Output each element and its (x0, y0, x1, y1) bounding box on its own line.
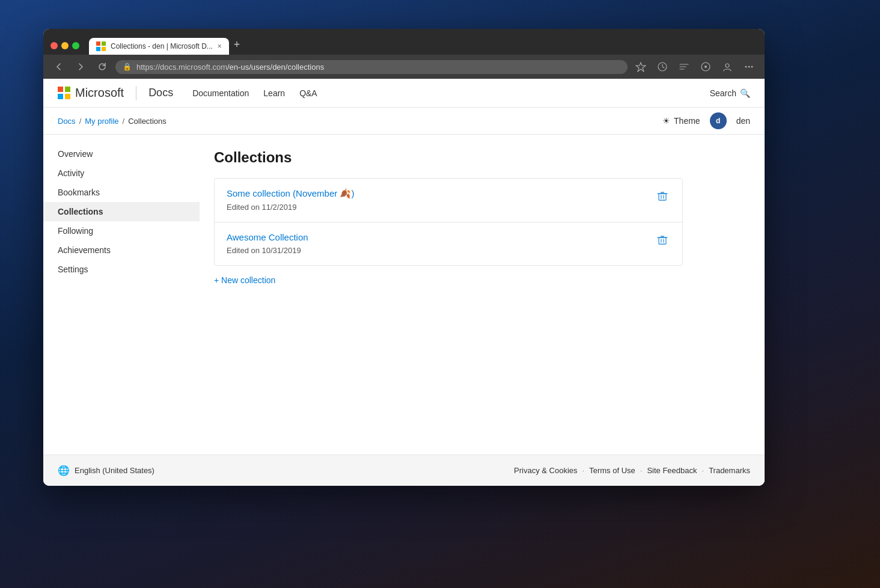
delete-collection-0-button[interactable] (655, 188, 670, 206)
new-tab-button[interactable]: + (229, 36, 245, 54)
svg-rect-3 (102, 47, 106, 51)
traffic-lights (50, 42, 79, 49)
breadcrumb-actions: ☀ Theme d den (662, 112, 750, 129)
profile-icon[interactable] (719, 58, 736, 75)
collection-item-0[interactable]: Some collection (November 🍂) Edited on 1… (215, 179, 682, 222)
browser-toolbar: 🔒 https://docs.microsoft.com/en-us/users… (43, 55, 765, 79)
svg-rect-1 (102, 41, 106, 46)
footer-link-terms[interactable]: Terms of Use (589, 466, 635, 475)
refresh-button[interactable] (94, 58, 111, 75)
svg-point-11 (751, 66, 753, 68)
address-bar[interactable]: 🔒 https://docs.microsoft.com/en-us/users… (115, 60, 628, 74)
microsoft-logo-grid (58, 87, 70, 99)
close-traffic-light[interactable] (50, 42, 58, 49)
ms-square-yellow (65, 94, 70, 99)
delete-collection-1-button[interactable] (655, 232, 670, 250)
footer-sep-1: · (640, 466, 643, 475)
svg-point-10 (748, 66, 750, 68)
refresh-icon2[interactable] (654, 58, 671, 75)
footer-sep-0: · (582, 466, 585, 475)
footer-locale-text: English (United States) (75, 466, 154, 475)
nav-learn[interactable]: Learn (263, 88, 285, 98)
search-icon: 🔍 (740, 88, 750, 98)
tab-title: Collections - den | Microsoft D... (111, 42, 213, 51)
nav-qna[interactable]: Q&A (299, 88, 317, 98)
footer-link-trademarks[interactable]: Trademarks (709, 466, 750, 475)
svg-point-7 (704, 66, 707, 68)
more-options-icon[interactable] (741, 58, 757, 75)
lock-icon: 🔒 (123, 63, 132, 71)
site-header: Microsoft Docs Documentation Learn Q&A S… (43, 79, 765, 108)
sidebar: Overview Activity Bookmarks Collections … (43, 135, 200, 455)
main-layout: Overview Activity Bookmarks Collections … (43, 135, 765, 455)
microsoft-brand-text: Microsoft (75, 86, 124, 100)
collection-info-1: Awesome Collection Edited on 10/31/2019 (227, 232, 655, 256)
collection-name-1[interactable]: Awesome Collection (227, 232, 655, 242)
svg-rect-2 (96, 47, 100, 51)
breadcrumb-myprofile[interactable]: My profile (85, 117, 118, 126)
search-button[interactable]: Search 🔍 (710, 88, 750, 98)
ms-square-blue (58, 94, 63, 99)
sidebar-item-settings[interactable]: Settings (43, 260, 200, 279)
browser-titlebar: Collections - den | Microsoft D... × + (43, 29, 765, 55)
browser-tab[interactable]: Collections - den | Microsoft D... × (89, 38, 229, 55)
sidebar-item-following[interactable]: Following (43, 221, 200, 240)
collection-date-0: Edited on 11/2/2019 (227, 203, 296, 212)
footer-link-privacy[interactable]: Privacy & Cookies (514, 466, 577, 475)
collection-item-1[interactable]: Awesome Collection Edited on 10/31/2019 (215, 222, 682, 265)
breadcrumb: Docs / My profile / Collections (58, 117, 167, 126)
theme-icon: ☀ (662, 116, 670, 126)
site-footer: 🌐 English (United States) Privacy & Cook… (43, 455, 765, 486)
svg-rect-12 (659, 194, 666, 200)
docs-text[interactable]: Docs (148, 87, 173, 99)
tab-close-button[interactable]: × (218, 42, 222, 51)
minimize-traffic-light[interactable] (61, 42, 69, 49)
ms-logo: Microsoft (58, 86, 124, 100)
main-content: Collections Some collection (November 🍂)… (200, 135, 765, 455)
ms-square-red (58, 87, 63, 92)
svg-marker-4 (636, 63, 646, 72)
breadcrumb-sep-1: / (79, 117, 82, 126)
sidebar-item-overview[interactable]: Overview (43, 144, 200, 164)
toolbar-actions (632, 58, 757, 75)
maximize-traffic-light[interactable] (72, 42, 79, 49)
sidebar-item-collections[interactable]: Collections (43, 202, 200, 221)
back-button[interactable] (50, 58, 67, 75)
user-initials: d (716, 117, 720, 125)
user-avatar[interactable]: d (710, 112, 727, 129)
theme-button[interactable]: ☀ Theme (662, 116, 700, 126)
footer-link-feedback[interactable]: Site Feedback (647, 466, 697, 475)
ms-square-green (65, 87, 70, 92)
sidebar-item-achievements[interactable]: Achievements (43, 240, 200, 260)
globe-icon: 🌐 (58, 465, 70, 476)
logo-divider (136, 86, 136, 100)
breadcrumb-collections: Collections (128, 117, 167, 126)
site-nav: Documentation Learn Q&A (192, 88, 317, 98)
tab-bar: Collections - den | Microsoft D... × + (89, 36, 757, 55)
extensions-icon[interactable] (697, 58, 714, 75)
svg-rect-13 (659, 237, 666, 244)
footer-locale: 🌐 English (United States) (58, 465, 154, 476)
page-content: Microsoft Docs Documentation Learn Q&A S… (43, 79, 765, 486)
address-path: /en-us/users/den/collections (227, 63, 324, 72)
footer-sep-2: · (702, 466, 704, 475)
svg-point-8 (726, 64, 729, 67)
collection-name-0[interactable]: Some collection (November 🍂) (227, 188, 655, 199)
breadcrumb-docs[interactable]: Docs (58, 117, 76, 126)
new-collection-label: + New collection (214, 275, 275, 285)
nav-documentation[interactable]: Documentation (192, 88, 249, 98)
collection-info-0: Some collection (November 🍂) Edited on 1… (227, 188, 655, 212)
footer-links: Privacy & Cookies · Terms of Use · Site … (514, 466, 750, 475)
breadcrumb-sep-2: / (123, 117, 125, 126)
breadcrumb-bar: Docs / My profile / Collections ☀ Theme … (43, 108, 765, 135)
forward-button[interactable] (72, 58, 89, 75)
sidebar-item-activity[interactable]: Activity (43, 164, 200, 183)
bookmark-star-icon[interactable] (632, 58, 649, 75)
svg-point-9 (745, 66, 747, 68)
svg-rect-0 (96, 41, 100, 46)
favorites-icon[interactable] (676, 58, 692, 75)
search-label: Search (710, 88, 736, 98)
address-domain: https://docs.microsoft.com (136, 63, 227, 72)
new-collection-button[interactable]: + New collection (214, 275, 750, 285)
sidebar-item-bookmarks[interactable]: Bookmarks (43, 183, 200, 202)
